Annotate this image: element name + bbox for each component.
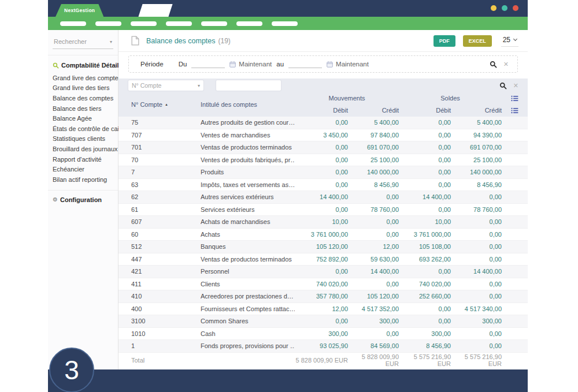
sidebar-item-configuration[interactable]: ⚙ Configuration xyxy=(53,196,113,203)
cell-solde_debit: 0,00 xyxy=(399,206,451,213)
sidebar-search-select[interactable]: Rechercher ▾ xyxy=(53,35,113,49)
table-row[interactable]: 410Acreedores por prestaciones d…357 780… xyxy=(118,290,528,303)
close-icon[interactable]: ✕ xyxy=(513,82,518,89)
table-row[interactable]: 1010Cash300,000,00300,000,00 xyxy=(118,328,528,341)
nav-item-redacted[interactable] xyxy=(131,21,157,26)
configuration-label: Configuration xyxy=(60,196,102,203)
cell-solde_debit: 0,00 xyxy=(399,156,451,163)
pdf-button[interactable]: PDF xyxy=(433,35,455,47)
cell-intitule: Personnel xyxy=(201,268,295,275)
cell-compte: 1010 xyxy=(118,330,201,337)
cell-compte: 63 xyxy=(118,181,201,188)
cell-solde_credit: 0,00 xyxy=(451,281,502,288)
table-row[interactable]: 60Achats3 761 000,000,003 761 000,000,00 xyxy=(118,229,528,241)
calendar-icon[interactable] xyxy=(229,61,236,68)
column-header-credit-soldes[interactable]: Crédit xyxy=(451,107,502,114)
table-row[interactable]: 607Achats de marchandises10,000,0010,000… xyxy=(118,216,528,229)
cell-intitule: Impôts, taxes et versements as… xyxy=(201,181,295,188)
sidebar-item[interactable]: Grand livre des tiers xyxy=(53,83,113,94)
table-row[interactable]: 61Services extérieurs0,0078 760,000,0078… xyxy=(118,204,528,216)
cell-intitule: Achats de marchandises xyxy=(201,218,295,225)
compte-filter-input[interactable] xyxy=(216,80,281,91)
sidebar-item[interactable]: Bilan actif reporting xyxy=(53,174,113,185)
cell-solde_credit: 25 100,00 xyxy=(451,156,502,163)
sidebar: Rechercher ▾ Comptabilité Détaillé… Gran… xyxy=(48,30,118,369)
sidebar-item[interactable]: Statistiques clients xyxy=(53,134,113,144)
cell-intitule: Produits xyxy=(201,169,295,176)
column-header-debit-mouvements[interactable]: Débit xyxy=(295,107,348,114)
sidebar-item[interactable]: Balance Agée xyxy=(53,113,113,124)
date-to-input[interactable] xyxy=(288,60,322,68)
step-badge: 3 xyxy=(49,348,94,392)
table-header: N° Compte ▲ Intitulé des comptes Mouveme… xyxy=(118,92,528,117)
cell-mv_debit: 14 400,00 xyxy=(295,193,348,200)
sidebar-section-comptabilite[interactable]: Comptabilité Détaillé… xyxy=(53,62,113,69)
table-row[interactable]: 400Fournisseurs et Comptes rattac…12,004… xyxy=(118,303,528,316)
redacted-tab[interactable] xyxy=(138,4,172,17)
table-row[interactable]: 1Fonds propres, provisions pour …93 025,… xyxy=(118,340,528,353)
sidebar-item[interactable]: Brouillard des journaux xyxy=(53,144,113,154)
calendar-icon[interactable] xyxy=(327,61,333,68)
compte-filter-select[interactable]: N° Compte ▾ xyxy=(128,80,203,91)
table-row[interactable]: 512Banques105 120,0012,00105 108,000,00 xyxy=(118,241,528,253)
nav-item-redacted[interactable] xyxy=(95,21,121,26)
cell-solde_debit: 0,00 xyxy=(399,119,451,126)
sidebar-item[interactable]: Balance des comptes xyxy=(53,93,113,103)
record-count: (19) xyxy=(218,37,231,45)
table-row[interactable]: 62Autres services extérieurs14 400,000,0… xyxy=(118,191,528,204)
red-dot-icon[interactable] xyxy=(513,5,518,11)
table-body: 75Autres produits de gestion cour…0,005 … xyxy=(118,117,528,353)
to-label: au xyxy=(276,61,284,68)
column-header-credit-mouvements[interactable]: Crédit xyxy=(348,107,399,114)
cell-solde_debit: 0,00 xyxy=(399,144,451,151)
search-icon[interactable] xyxy=(490,61,497,68)
sidebar-item[interactable]: Balance des tiers xyxy=(53,103,113,114)
brand-tab[interactable]: NextGestion xyxy=(55,4,103,17)
sidebar-item[interactable]: États de contrôle de caisse xyxy=(53,124,113,134)
nav-item-redacted[interactable] xyxy=(272,21,298,26)
table-row[interactable]: 421Personnel0,0014 400,000,0014 400,00 xyxy=(118,266,528,278)
table-row[interactable]: 707Ventes de marchandises3 450,0097 840,… xyxy=(118,129,528,142)
teal-dot-icon[interactable] xyxy=(502,5,507,11)
cell-solde_debit: 252 660,00 xyxy=(399,293,451,300)
column-settings-icon[interactable] xyxy=(511,107,528,114)
total-debit-soldes: 5 575 216,90 EUR xyxy=(399,353,451,367)
column-header-compte[interactable]: N° Compte ▲ xyxy=(118,101,201,108)
column-header-intitule[interactable]: Intitulé des comptes xyxy=(201,101,295,108)
cell-mv_debit: 0,00 xyxy=(295,144,348,151)
table-row[interactable]: 411Clients740 020,000,00740 020,000,00 xyxy=(118,278,528,291)
table-row[interactable]: 63Impôts, taxes et versements as…0,008 4… xyxy=(118,179,528,192)
group-header-mouvements: Mouvements xyxy=(295,95,399,102)
table-row[interactable]: 701Ventas de productos terminados0,00691… xyxy=(118,141,528,154)
nav-item-redacted[interactable] xyxy=(236,21,262,26)
sidebar-item[interactable]: Grand livre des comptes xyxy=(53,73,113,83)
step-number: 3 xyxy=(64,354,79,386)
cell-intitule: Autres services extérieurs xyxy=(201,193,295,200)
periode-label: Période xyxy=(140,61,164,68)
search-icon[interactable] xyxy=(499,82,507,89)
periode-filter: Période Du Maintenant au Maintenant ✕ xyxy=(128,55,518,73)
sidebar-item[interactable]: Rapport d'activité xyxy=(53,154,113,165)
nav-item-redacted[interactable] xyxy=(60,21,86,26)
cell-intitule: Ventes de marchandises xyxy=(201,132,295,139)
cell-mv_credit: 84 569,00 xyxy=(348,342,399,349)
cell-intitule: Autres produits de gestion cour… xyxy=(201,119,295,126)
nav-item-redacted[interactable] xyxy=(201,21,227,26)
page-size-select[interactable]: 25 xyxy=(501,35,518,47)
table-row[interactable]: 7Produits0,00140 000,000,00140 000,00 xyxy=(118,166,528,179)
yellow-dot-icon[interactable] xyxy=(491,5,497,11)
table-row[interactable]: 447Ventas de productos terminados752 892… xyxy=(118,253,528,266)
date-from-input[interactable] xyxy=(191,60,225,68)
cell-solde_credit: 0,00 xyxy=(451,342,502,349)
nav-item-redacted[interactable] xyxy=(166,21,192,26)
table-row[interactable]: 3100Common Shares0,00300,000,00300,00 xyxy=(118,315,528,328)
column-header-debit-soldes[interactable]: Débit xyxy=(399,107,451,114)
close-icon[interactable]: ✕ xyxy=(503,61,509,68)
table-row[interactable]: 75Autres produits de gestion cour…0,005 … xyxy=(118,117,528,129)
magnifier-icon xyxy=(53,62,59,69)
sidebar-item[interactable]: Echéancier xyxy=(53,164,113,174)
excel-button[interactable]: EXCEL xyxy=(463,35,492,47)
column-settings-icon[interactable] xyxy=(511,95,528,102)
cell-solde_credit: 140 000,00 xyxy=(451,169,502,176)
table-row[interactable]: 70Ventes de produits fabriqués, pr…0,002… xyxy=(118,154,528,167)
